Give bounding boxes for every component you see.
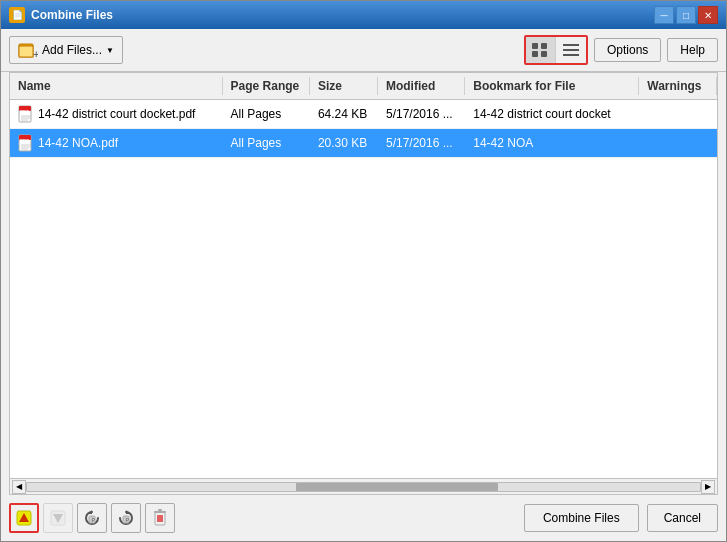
toolbar: + Add Files... ▼ <box>1 29 726 72</box>
combine-files-window: 📄 Combine Files ─ □ ✕ + Add Files... ▼ <box>0 0 727 542</box>
move-down-icon <box>48 508 68 528</box>
grid-view-button[interactable] <box>526 37 556 63</box>
add-files-button[interactable]: + Add Files... ▼ <box>9 36 123 64</box>
cancel-button[interactable]: Cancel <box>647 504 718 532</box>
svg-rect-34 <box>158 509 162 511</box>
file-name-cell: PDF 14-42 district court docket.pdf <box>10 103 223 125</box>
file-modified-cell: 5/17/2016 ... <box>378 134 465 152</box>
dropdown-arrow-icon: ▼ <box>106 46 114 55</box>
grid-icon <box>531 42 549 58</box>
title-bar: 📄 Combine Files ─ □ ✕ <box>1 1 726 29</box>
options-button[interactable]: Options <box>594 38 661 62</box>
list-view-button[interactable] <box>556 37 586 63</box>
rotate-cw-icon: P <box>116 508 136 528</box>
list-header: Name Page Range Size Modified Bookmark f… <box>10 73 717 100</box>
toolbar-right: Options Help <box>524 35 718 65</box>
maximize-button[interactable]: □ <box>676 6 696 24</box>
svg-text:PDF: PDF <box>20 139 29 144</box>
svg-rect-9 <box>563 54 579 56</box>
bottom-right: Combine Files Cancel <box>524 504 718 532</box>
scrollbar-thumb <box>296 483 498 491</box>
move-up-icon <box>14 508 34 528</box>
add-files-icon: + <box>18 41 38 59</box>
file-warnings-cell <box>639 141 717 145</box>
delete-icon <box>150 508 170 528</box>
title-controls: ─ □ ✕ <box>654 6 718 24</box>
file-range-cell: All Pages <box>223 134 310 152</box>
svg-rect-6 <box>541 51 547 57</box>
svg-text:+: + <box>33 48 38 59</box>
toolbar-left: + Add Files... ▼ <box>9 36 123 64</box>
svg-rect-1 <box>19 46 33 57</box>
file-name: 14-42 district court docket.pdf <box>38 107 195 121</box>
bottom-bar: P P <box>1 495 726 541</box>
scroll-left-button[interactable]: ◀ <box>12 480 26 494</box>
list-icon <box>562 42 580 58</box>
horizontal-scrollbar-area: ◀ ▶ <box>10 478 717 494</box>
column-header-warnings: Warnings <box>639 77 717 95</box>
column-header-range: Page Range <box>223 77 310 95</box>
file-size-cell: 20.30 KB <box>310 134 378 152</box>
file-list-body: PDF 14-42 district court docket.pdf All … <box>10 100 717 478</box>
title-bar-left: 📄 Combine Files <box>9 7 113 23</box>
file-warnings-cell <box>639 112 717 116</box>
column-header-name: Name <box>10 77 223 95</box>
file-bookmark-cell: 14-42 district court docket <box>465 105 639 123</box>
add-files-label: Add Files... <box>42 43 102 57</box>
svg-rect-4 <box>541 43 547 49</box>
file-bookmark-cell: 14-42 NOA <box>465 134 639 152</box>
help-button[interactable]: Help <box>667 38 718 62</box>
window-title: Combine Files <box>31 8 113 22</box>
move-down-button[interactable] <box>43 503 73 533</box>
delete-button[interactable] <box>145 503 175 533</box>
table-row[interactable]: PDF 14-42 NOA.pdf All Pages 20.30 KB 5/1… <box>10 129 717 158</box>
svg-rect-7 <box>563 44 579 46</box>
svg-rect-3 <box>532 43 538 49</box>
file-modified-cell: 5/17/2016 ... <box>378 105 465 123</box>
column-header-bookmark: Bookmark for File <box>465 77 639 95</box>
column-header-size: Size <box>310 77 378 95</box>
rotate-cw-button[interactable]: P <box>111 503 141 533</box>
column-header-modified: Modified <box>378 77 465 95</box>
pdf-icon: PDF <box>18 105 34 123</box>
svg-rect-8 <box>563 49 579 51</box>
rotate-ccw-icon: P <box>82 508 102 528</box>
combine-files-button[interactable]: Combine Files <box>524 504 639 532</box>
file-name: 14-42 NOA.pdf <box>38 136 118 150</box>
table-row[interactable]: PDF 14-42 district court docket.pdf All … <box>10 100 717 129</box>
scroll-right-button[interactable]: ▶ <box>701 480 715 494</box>
svg-rect-5 <box>532 51 538 57</box>
file-list-area: Name Page Range Size Modified Bookmark f… <box>9 72 718 495</box>
svg-text:PDF: PDF <box>20 110 29 115</box>
file-name-cell: PDF 14-42 NOA.pdf <box>10 132 223 154</box>
rotate-ccw-button[interactable]: P <box>77 503 107 533</box>
window-icon: 📄 <box>9 7 25 23</box>
svg-rect-33 <box>154 511 166 513</box>
pdf-icon: PDF <box>18 134 34 152</box>
horizontal-scrollbar[interactable] <box>26 482 701 492</box>
bottom-actions: P P <box>9 503 175 533</box>
minimize-button[interactable]: ─ <box>654 6 674 24</box>
view-toggle-group <box>524 35 588 65</box>
close-button[interactable]: ✕ <box>698 6 718 24</box>
file-size-cell: 64.24 KB <box>310 105 378 123</box>
move-up-button[interactable] <box>9 503 39 533</box>
file-range-cell: All Pages <box>223 105 310 123</box>
